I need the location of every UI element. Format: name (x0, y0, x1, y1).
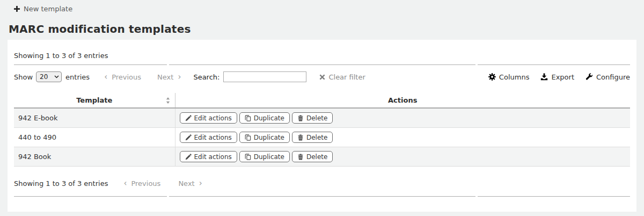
export-button[interactable]: Export (540, 73, 574, 81)
chevron-right-icon: › (199, 179, 202, 188)
previous-button-top[interactable]: ‹ Previous (104, 73, 141, 81)
top-toolbar: New template (0, 0, 644, 13)
next-button-top[interactable]: Next › (157, 73, 181, 81)
table-row: 440 to 490 Edit actions Duplicate Delete (14, 128, 630, 147)
copy-icon (245, 154, 251, 160)
template-name-cell: 440 to 490 (14, 128, 175, 147)
chevron-left-icon: ‹ (123, 179, 127, 188)
template-name-cell: 942 E-book (14, 108, 175, 128)
edit-actions-button[interactable]: Edit actions (180, 112, 237, 124)
duplicate-button[interactable]: Duplicate (239, 151, 290, 162)
table-controls: Show 20 entries ‹ Previous Next › Search… (14, 71, 630, 83)
trash-icon (297, 115, 304, 121)
delete-button[interactable]: Delete (292, 132, 333, 143)
entries-label: entries (65, 73, 90, 81)
edit-actions-button[interactable]: Edit actions (180, 132, 237, 143)
delete-button[interactable]: Delete (292, 151, 333, 162)
copy-icon (245, 115, 251, 121)
configure-button[interactable]: Configure (586, 73, 630, 81)
column-header-actions: Actions (175, 93, 630, 108)
templates-table: Template Actions 942 E-book Edit actio (14, 93, 630, 167)
table-footer: Showing 1 to 3 of 3 entries ‹ Previous N… (14, 179, 630, 188)
chevron-left-icon: ‹ (104, 73, 107, 81)
search-label: Search: (193, 73, 219, 81)
column-header-template[interactable]: Template (14, 93, 175, 108)
divider-bottom (14, 196, 630, 197)
sort-icon (166, 97, 170, 104)
copy-icon (245, 134, 251, 141)
page-length-select[interactable]: 20 (36, 71, 62, 82)
table-info-bottom: Showing 1 to 3 of 3 entries (14, 179, 108, 188)
plus-icon (14, 6, 20, 12)
clear-filter-button[interactable]: Clear filter (319, 73, 365, 81)
gear-icon (488, 73, 496, 81)
previous-button-bottom[interactable]: ‹ Previous (123, 179, 160, 188)
pencil-icon (185, 115, 192, 121)
duplicate-button[interactable]: Duplicate (239, 132, 290, 143)
columns-button[interactable]: Columns (488, 73, 530, 81)
next-button-bottom[interactable]: Next › (178, 179, 202, 188)
edit-actions-button[interactable]: Edit actions (180, 151, 237, 162)
table-row: 942 Book Edit actions Duplicate Delete (14, 147, 630, 167)
trash-icon (297, 134, 304, 141)
pencil-icon (185, 154, 192, 160)
pencil-icon (185, 134, 192, 141)
template-name-cell: 942 Book (14, 147, 175, 167)
trash-icon (297, 154, 304, 160)
search-input[interactable] (223, 71, 306, 82)
show-label: Show (14, 73, 33, 81)
wrench-icon (586, 73, 593, 81)
templates-panel: Showing 1 to 3 of 3 entries Show 20 entr… (8, 40, 636, 212)
divider-top (14, 64, 630, 65)
new-template-label: New template (24, 5, 72, 13)
download-icon (540, 73, 548, 81)
chevron-right-icon: › (178, 73, 181, 81)
table-row: 942 E-book Edit actions Duplicate Delete (14, 108, 630, 128)
duplicate-button[interactable]: Duplicate (239, 112, 290, 124)
delete-button[interactable]: Delete (292, 112, 333, 124)
new-template-button[interactable]: New template (14, 5, 72, 13)
x-icon (319, 74, 325, 80)
table-info-top: Showing 1 to 3 of 3 entries (14, 40, 630, 60)
page-title: MARC modification templates (9, 23, 644, 35)
